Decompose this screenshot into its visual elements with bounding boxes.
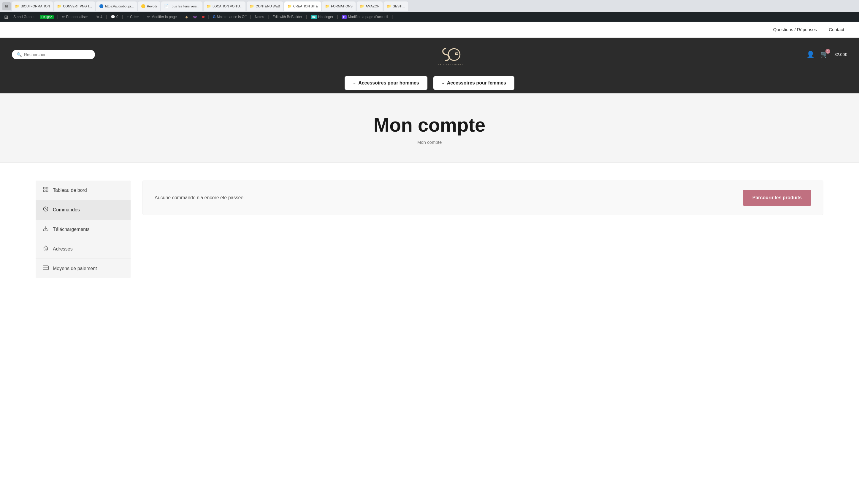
wp-sep8: | <box>250 14 251 19</box>
wp-site-name[interactable]: Stand Granet <box>12 12 36 22</box>
wp-hostinger-button[interactable]: H Modifier la page d'accueil <box>340 12 390 22</box>
wp-sitekit-button[interactable]: G Maintenance is Off <box>211 12 248 22</box>
wp-sep9: | <box>268 14 269 19</box>
tab-group-button[interactable]: ⊞ <box>2 2 11 10</box>
faq-link[interactable]: Questions / Réponses <box>773 27 817 32</box>
header-right: 👤 🛒 1 32.00€ <box>807 51 847 59</box>
wp-bebuilder-label: Hostinger <box>318 15 333 19</box>
svg-rect-4 <box>46 190 48 192</box>
wp-maintenance-button[interactable]: Notes <box>253 12 266 22</box>
browse-products-button[interactable]: Parcourir les produits <box>743 190 811 206</box>
wp-sep3: | <box>106 14 107 19</box>
tab-label-creation: CREATION SITE <box>293 4 318 8</box>
page-title: Mon compte <box>6 114 853 136</box>
site-logo[interactable]: LE STAND GRANET <box>438 41 464 68</box>
tab-icon-creation: 📁 <box>287 4 292 8</box>
sidebar-label-payment: Moyens de paiement <box>53 266 97 271</box>
wp-rec-button[interactable] <box>200 12 206 22</box>
sidebar-item-dashboard[interactable]: Tableau de bord <box>35 180 131 200</box>
wp-woo-button[interactable]: W <box>192 12 199 22</box>
tab-icon-formations: 📁 <box>325 4 330 8</box>
wp-new-label: Créer <box>130 15 139 19</box>
tab-liens[interactable]: 📄 Tous les liens vers... <box>161 1 202 11</box>
wp-edit-button[interactable]: ✏ Modifier la page <box>146 12 178 22</box>
history-icon <box>43 206 49 214</box>
tab-creation[interactable]: 📁 CREATION SITE <box>284 1 321 11</box>
sidebar-item-payment[interactable]: Moyens de paiement <box>35 259 131 278</box>
wp-divi-button[interactable]: ◆ <box>183 12 190 22</box>
tab-location[interactable]: 📁 LOCATION VOITU... <box>204 1 245 11</box>
wp-new-button[interactable]: + Créer <box>125 12 141 22</box>
search-bar[interactable]: 🔍 <box>12 50 95 59</box>
nav-women-button[interactable]: ⌄ Accessoires pour femmes <box>433 76 514 90</box>
tab-icon-liens: 📄 <box>164 4 169 8</box>
tab-icon-rovodi: 🟡 <box>141 4 146 8</box>
wp-sep10: | <box>306 14 307 19</box>
sidebar-item-orders[interactable]: Commandes <box>35 200 131 220</box>
tab-icon-convert: 📁 <box>57 4 61 8</box>
svg-text:LE STAND GRANET: LE STAND GRANET <box>438 63 463 65</box>
tab-bioui[interactable]: 📁 BIOUI FORMATION <box>12 1 53 11</box>
wp-updates-button[interactable]: ↻ 4 <box>94 12 104 22</box>
bebuilder-icon: Be <box>311 15 317 19</box>
sidebar-label-addresses: Adresses <box>53 246 73 252</box>
wp-updates-count: 4 <box>100 15 102 19</box>
search-icon: 🔍 <box>17 52 22 57</box>
wp-notes-button[interactable]: Edit with BeBuilder <box>271 12 304 22</box>
cart-button[interactable]: 🛒 1 <box>820 51 828 59</box>
tab-icon-contenu: 📁 <box>250 4 254 8</box>
tab-rovodi[interactable]: 🟡 Rovodi <box>138 1 160 11</box>
tab-label-formations: FORMATIONS <box>331 4 352 8</box>
svg-rect-5 <box>44 190 45 192</box>
tab-gesti[interactable]: 📁 GESTI... <box>384 1 408 11</box>
user-icon[interactable]: 👤 <box>807 51 814 59</box>
browser-tab-bar: ⊞ 📁 BIOUI FORMATION 📁 CONVERT PNG T... 🔵… <box>0 0 859 12</box>
tab-icon-gesti: 📁 <box>387 4 391 8</box>
cart-price: 32.00€ <box>834 52 847 57</box>
address-icon <box>43 245 49 253</box>
wp-customize-label: Personnaliser <box>66 15 88 19</box>
sidebar-label-downloads: Téléchargements <box>53 227 90 232</box>
wp-comments-button[interactable]: 💬 0 <box>109 12 120 22</box>
svg-rect-3 <box>46 187 48 189</box>
nav-men-label: Accessoires pour hommes <box>358 80 419 86</box>
wp-sep11: | <box>337 14 338 19</box>
edit-icon: ✏ <box>147 15 150 19</box>
contact-link[interactable]: Contact <box>829 27 844 32</box>
wp-sep12: | <box>392 14 393 19</box>
wp-sep4: | <box>122 14 123 19</box>
chevron-down-icon-women: ⌄ <box>442 81 444 85</box>
orders-empty-message: Aucune commande n'a encore été passée. <box>155 195 245 201</box>
cart-badge: 1 <box>826 49 830 54</box>
wp-modify-home-button[interactable] <box>395 12 398 22</box>
tab-label-convert: CONVERT PNG T... <box>63 4 92 8</box>
tab-icon-location: 📁 <box>207 4 211 8</box>
wp-sep2: | <box>91 14 93 19</box>
chevron-down-icon-men: ⌄ <box>353 81 356 85</box>
tab-audiobot[interactable]: 🔵 https://audiobot.pr... <box>96 1 137 11</box>
tab-contenu[interactable]: 📁 CONTENU WEB <box>247 1 283 11</box>
site-nav: ⌄ Accessoires pour hommes ⌄ Accessoires … <box>12 74 847 90</box>
account-sidebar: Tableau de bord Commandes Téléchargement… <box>35 180 131 278</box>
tab-label-liens: Tous les liens vers... <box>170 4 199 8</box>
wp-sep7: | <box>208 14 209 19</box>
plus-icon: + <box>127 15 129 19</box>
wp-customize-button[interactable]: ✏ Personnaliser <box>60 12 90 22</box>
tab-formations[interactable]: 📁 FORMATIONS <box>322 1 356 11</box>
tab-convert[interactable]: 📁 CONVERT PNG T... <box>54 1 95 11</box>
nav-women-label: Accessoires pour femmes <box>447 80 506 86</box>
wp-logo-button[interactable]: ⊞ <box>2 12 10 22</box>
nav-men-button[interactable]: ⌄ Accessoires pour hommes <box>345 76 427 90</box>
wp-sep6: | <box>180 14 181 19</box>
wp-bebuilder-button[interactable]: Be Hostinger <box>309 12 335 22</box>
sidebar-label-orders: Commandes <box>53 207 80 212</box>
sidebar-item-addresses[interactable]: Adresses <box>35 239 131 259</box>
tab-icon-bioui: 📁 <box>15 4 19 8</box>
search-input[interactable] <box>24 52 90 57</box>
sidebar-item-downloads[interactable]: Téléchargements <box>35 220 131 239</box>
tab-amazon[interactable]: 📁 AMAZON <box>357 1 382 11</box>
tab-label-contenu: CONTENU WEB <box>256 4 280 8</box>
tab-label-audiobot: https://audiobot.pr... <box>105 4 134 8</box>
tab-label-location: LOCATION VOITU... <box>212 4 242 8</box>
wp-status-item[interactable]: En ligne <box>38 12 55 22</box>
